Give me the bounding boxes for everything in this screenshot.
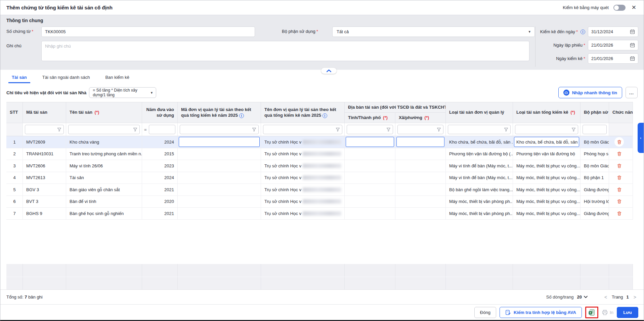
cell-ma-don-vi[interactable] <box>178 184 261 196</box>
criteria-select[interactable]: = Số tầng * Diện tích xây dựng/1 tầng ▾ <box>89 87 156 98</box>
cell-tinh[interactable] <box>345 160 395 172</box>
cell-ma-don-vi[interactable] <box>178 160 261 172</box>
info-icon[interactable]: i <box>323 113 327 118</box>
col-stt[interactable]: STT <box>6 102 23 123</box>
delete-row-button[interactable] <box>614 161 624 170</box>
cell-loai-ts-tkk[interactable]: Máy móc, thiết bị phục vụ công...Máy móc… <box>513 160 581 172</box>
inventory-to-date-input[interactable]: 31/12/2024 <box>588 26 638 37</box>
collapse-section-button[interactable] <box>321 68 337 74</box>
delete-row-button[interactable] <box>614 209 624 218</box>
cell-xa[interactable] <box>395 184 446 196</box>
cell-tinh[interactable] <box>345 196 395 208</box>
close-icon[interactable]: ✕ <box>630 4 638 11</box>
filter-xa[interactable] <box>395 123 446 136</box>
xa-input[interactable] <box>396 137 444 147</box>
cell-loai-ts-tkk[interactable]: Máy móc, thiết bị phục vụ công...Máy móc… <box>513 196 581 208</box>
prev-page-button[interactable]: < <box>603 295 608 300</box>
col-ten-tai-san[interactable]: Tên tài sản (*) <box>66 102 142 123</box>
validate-ava-button[interactable]: Kiểm tra tính hợp lệ bằng AVA <box>500 307 582 318</box>
note-textarea[interactable] <box>41 41 529 61</box>
tab-tai-san-ngoai-danh-sach[interactable]: Tài sản ngoài danh sách <box>41 72 91 83</box>
col-xa-phuong[interactable]: Xã/phường (*) <box>395 113 446 123</box>
filter-tinh[interactable] <box>345 123 395 136</box>
cell-loai-ts-tkk[interactable]: Kho chứa, bể chứa, bãi đỗ, sân ...Kho ch… <box>513 136 581 148</box>
cell-loai-ts-tkk[interactable]: Máy móc, thiết bị phục vụ công...Máy móc… <box>513 208 581 219</box>
cell-xa[interactable] <box>395 136 446 148</box>
cell-xa[interactable] <box>395 208 446 219</box>
more-options-button[interactable]: ... <box>626 87 638 98</box>
close-button[interactable]: Đóng <box>474 307 496 318</box>
tab-tai-san[interactable]: Tài sản <box>10 72 28 83</box>
col-loai-ts-tong-kiem-ke[interactable]: Loại tài sản tổng kiểm kê (*) <box>513 102 581 123</box>
inventory-date-input[interactable]: 21/01/2026 <box>588 53 638 64</box>
col-loai-ts-don-vi[interactable]: Loại tài sản đơn vị quản lý <box>446 102 513 123</box>
col-bo-phan-su-dung[interactable]: Bộ phận sử dụng <box>581 102 609 123</box>
filter-ma-don-vi[interactable] <box>178 123 261 136</box>
trash-icon <box>617 140 622 145</box>
table-row[interactable]: 6 BVT 3 Bàn để vi tính 2020 Trụ sở chính… <box>6 196 633 208</box>
delete-row-button[interactable] <box>614 197 624 206</box>
cell-loai-ts-tkk[interactable]: Phương tiện vận tải đường bộPhương tiện … <box>513 148 581 160</box>
table-row[interactable]: 1 MVT2609 Kho chứa vàng 2024 Trụ sở chín… <box>6 136 633 148</box>
delete-row-button[interactable] <box>614 137 624 147</box>
print-button[interactable]: In <box>602 309 613 316</box>
cell-tinh[interactable] <box>345 148 395 160</box>
rows-per-page-select[interactable]: 20 <box>577 295 587 300</box>
delete-row-button[interactable] <box>614 185 624 194</box>
export-excel-button[interactable]: X <box>588 309 595 316</box>
col-ten-don-vi[interactable]: Tên đơn vị quản lý tài sản theo kết quả … <box>261 102 345 123</box>
table-row[interactable]: 3 MVT2606 Máy vi tính 26/06 2023 Trụ sở … <box>6 160 633 172</box>
ma-don-vi-input[interactable] <box>179 137 260 147</box>
chevron-left-icon: ‹ <box>640 136 641 140</box>
cell-xa[interactable] <box>395 160 446 172</box>
cell-tinh[interactable] <box>345 208 395 219</box>
delete-row-button[interactable] <box>614 173 624 182</box>
cell-xa[interactable] <box>395 172 446 184</box>
cell-tinh[interactable] <box>345 184 395 196</box>
next-page-button[interactable]: > <box>632 295 638 300</box>
document-number-input[interactable] <box>41 26 255 37</box>
filter-ten-tai-san[interactable] <box>66 123 142 136</box>
col-ma-tai-san[interactable]: Mã tài sản <box>23 102 66 123</box>
cell-ma-don-vi[interactable] <box>178 208 261 219</box>
equals-operator[interactable]: = <box>144 127 147 132</box>
info-icon[interactable]: i <box>581 30 585 34</box>
cell-xa[interactable] <box>395 148 446 160</box>
side-panel-handle[interactable]: ‹ <box>638 123 644 153</box>
cell-loai-ts-tkk[interactable]: Máy móc, thiết bị phục vụ công...Máy móc… <box>513 184 581 196</box>
cell-ten-tai-san: Bàn để vi tính <box>66 196 142 208</box>
cell-loai-ts-tkk[interactable]: Máy móc, thiết bị phục vụ công...Máy móc… <box>513 172 581 184</box>
cell-ma-don-vi[interactable] <box>178 136 261 148</box>
delete-row-button[interactable] <box>614 149 624 159</box>
quick-entry-button[interactable]: Nhập nhanh thông tin <box>558 87 622 98</box>
col-nam-dua-vao-su-dung[interactable]: Năm đưa vào sử dụng <box>142 102 178 123</box>
loai-ts-tkk-input[interactable]: Kho chứa, bể chứa, bãi đỗ, sân ... <box>514 137 579 147</box>
tinh-input[interactable] <box>346 137 394 147</box>
scanner-toggle[interactable] <box>613 5 626 11</box>
filter-ten-don-vi[interactable] <box>261 123 345 136</box>
col-tinh-thanh-pho[interactable]: Tỉnh/Thành phố (*) <box>345 113 395 123</box>
col-ma-don-vi[interactable]: Mã đơn vị quản lý tài sản theo kết quả t… <box>178 102 261 123</box>
table-row[interactable]: 5 BGV 3 Bàn giáo viên gỗ chân sắt 2021 T… <box>6 184 633 196</box>
filter-ma-tai-san[interactable] <box>23 123 66 136</box>
cell-ma-don-vi[interactable] <box>178 196 261 208</box>
table-row[interactable]: 7 BGHS 9 Bàn ghế học sinh gỗ nghiến 2021… <box>6 208 633 220</box>
tab-ban-kiem-ke[interactable]: Ban kiểm kê <box>104 72 131 83</box>
redacted-text <box>303 199 341 204</box>
created-date-input[interactable]: 21/01/2026 <box>588 40 638 50</box>
info-icon[interactable]: i <box>239 113 244 118</box>
cell-ma-don-vi[interactable] <box>178 148 261 160</box>
cell-xa[interactable] <box>395 196 446 208</box>
filter-nam[interactable]: = <box>142 123 178 136</box>
cell-tinh[interactable] <box>345 172 395 184</box>
filter-loai-ts-tkk[interactable] <box>513 123 581 136</box>
filter-loai-ts-don-vi[interactable] <box>446 123 513 136</box>
current-page[interactable]: 1 <box>627 295 629 300</box>
using-department-select[interactable]: Tất cả ▾ <box>332 26 535 37</box>
filter-bo-phan[interactable] <box>581 123 609 136</box>
table-row[interactable]: 2 TRANH10031 Tranh treo tường phong cảnh… <box>6 148 633 160</box>
cell-ma-don-vi[interactable] <box>178 172 261 184</box>
save-button[interactable]: Lưu <box>617 307 638 318</box>
table-row[interactable]: 4 MVT2613 Tài sản 2024 Trụ sở chính Học … <box>6 172 633 184</box>
cell-tinh[interactable] <box>345 136 395 148</box>
